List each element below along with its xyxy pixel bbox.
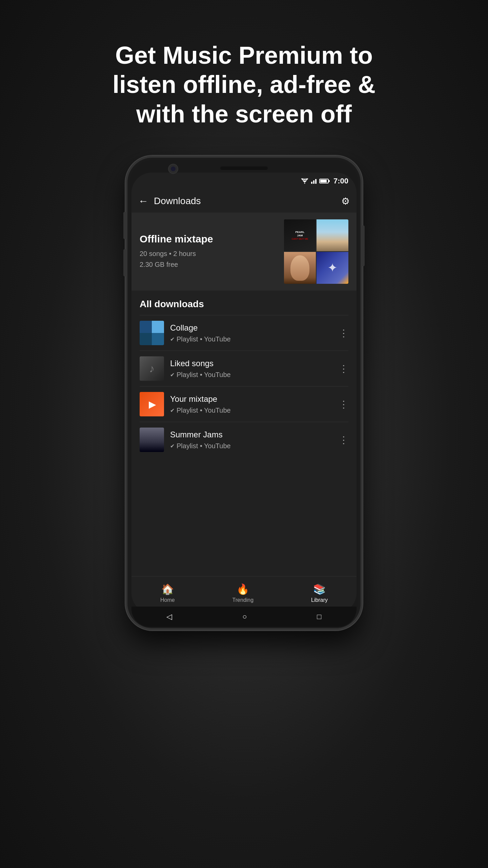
summer-jams-thumb — [140, 428, 164, 452]
collage-cell-2 — [152, 321, 164, 333]
home-label: Home — [160, 597, 175, 603]
your-mixtape-more-button[interactable]: ⋮ — [339, 399, 348, 410]
all-downloads-heading: All downloads — [131, 291, 357, 315]
back-button[interactable]: ← — [138, 195, 148, 207]
liked-songs-thumb — [140, 356, 164, 381]
collage-cell-4 — [152, 333, 164, 345]
liked-songs-more-button[interactable]: ⋮ — [339, 363, 348, 374]
collage-info: Collage ✔ Playlist • YouTube — [170, 323, 333, 343]
collage-thumb — [140, 321, 164, 345]
svg-point-3 — [304, 183, 305, 184]
collage-cell-1 — [140, 321, 152, 333]
phone-mockup: 7:00 ← Downloads ⚙ Offline mixtape 20 so… — [125, 156, 363, 630]
home-icon: 🏠 — [161, 583, 174, 595]
summer-jams-more-button[interactable]: ⋮ — [339, 434, 348, 446]
summer-jams-name: Summer Jams — [170, 430, 333, 439]
album-thumb-1: PEARLJAM CAN'T BUY ME — [284, 219, 316, 251]
summer-jams-meta-text: Playlist • YouTube — [177, 442, 231, 450]
your-mixtape-meta-text: Playlist • YouTube — [177, 407, 231, 414]
status-time: 7:00 — [333, 177, 348, 185]
collage-name: Collage — [170, 323, 333, 333]
nav-item-trending[interactable]: 🔥 Trending — [232, 583, 254, 603]
your-mixtape-meta: ✔ Playlist • YouTube — [170, 407, 333, 414]
mixtape-info: Offline mixtape 20 songs • 2 hours 2.30 … — [140, 233, 277, 270]
liked-songs-name: Liked songs — [170, 359, 333, 368]
collage-more-button[interactable]: ⋮ — [339, 328, 348, 339]
liked-songs-info: Liked songs ✔ Playlist • YouTube — [170, 359, 333, 379]
mixtape-title: Offline mixtape — [140, 233, 277, 245]
nav-item-library[interactable]: 📚 Library — [311, 583, 328, 603]
battery-icon — [319, 179, 329, 183]
svg-marker-1 — [302, 179, 307, 181]
phone-camera — [168, 164, 178, 174]
phone-speaker — [220, 166, 268, 170]
status-bar: 7:00 — [131, 173, 357, 190]
recents-system-button[interactable]: □ — [317, 612, 321, 621]
liked-songs-meta-text: Playlist • YouTube — [177, 371, 231, 379]
settings-button[interactable]: ⚙ — [341, 196, 350, 207]
signal-icon — [311, 178, 317, 184]
mixtape-song-count: 20 songs • 2 hours — [140, 248, 277, 259]
liked-songs-meta: ✔ Playlist • YouTube — [170, 371, 333, 379]
status-icons: 7:00 — [301, 177, 348, 185]
collage-cell-3 — [140, 333, 152, 345]
nav-item-home[interactable]: 🏠 Home — [160, 583, 175, 603]
phone-screen: 7:00 ← Downloads ⚙ Offline mixtape 20 so… — [131, 173, 357, 613]
your-mixtape-verified-icon: ✔ — [170, 407, 175, 414]
album-thumb-3 — [284, 252, 316, 284]
liked-songs-verified-icon: ✔ — [170, 372, 175, 378]
mixtape-art-grid: PEARLJAM CAN'T BUY ME — [284, 219, 348, 284]
your-mixtape-info: Your mixtape ✔ Playlist • YouTube — [170, 394, 333, 414]
app-header: ← Downloads ⚙ — [131, 190, 357, 213]
collage-meta: ✔ Playlist • YouTube — [170, 335, 333, 343]
your-mixtape-name: Your mixtape — [170, 394, 333, 404]
collage-verified-icon: ✔ — [170, 336, 175, 342]
playlist-item-collage[interactable]: Collage ✔ Playlist • YouTube ⋮ — [131, 315, 357, 351]
svg-marker-0 — [303, 181, 307, 183]
offline-mixtape-section[interactable]: Offline mixtape 20 songs • 2 hours 2.30 … — [131, 213, 357, 291]
playlist-item-summer-jams[interactable]: Summer Jams ✔ Playlist • YouTube ⋮ — [131, 422, 357, 457]
summer-jams-meta: ✔ Playlist • YouTube — [170, 442, 333, 450]
liked-songs-art — [140, 356, 164, 381]
playlist-item-your-mixtape[interactable]: Your mixtape ✔ Playlist • YouTube ⋮ — [131, 387, 357, 422]
summer-jams-info: Summer Jams ✔ Playlist • YouTube — [170, 430, 333, 450]
collage-art — [140, 321, 164, 345]
page-headline: Get Music Premium to listen offline, ad-… — [92, 41, 396, 129]
your-mixtape-thumb — [140, 392, 164, 416]
library-icon: 📚 — [313, 583, 326, 595]
summer-jams-verified-icon: ✔ — [170, 443, 175, 449]
page-title: Downloads — [154, 196, 341, 206]
collage-meta-text: Playlist • YouTube — [177, 335, 231, 343]
mixtape-storage: 2.30 GB free — [140, 259, 277, 270]
trending-label: Trending — [232, 597, 254, 603]
back-system-button[interactable]: ◁ — [166, 612, 172, 621]
home-system-button[interactable]: ○ — [242, 612, 247, 621]
all-downloads-section: All downloads Collage ✔ Playlist — [131, 291, 357, 576]
album-thumb-4 — [317, 252, 348, 284]
library-label: Library — [311, 597, 328, 603]
playlist-item-liked-songs[interactable]: Liked songs ✔ Playlist • YouTube ⋮ — [131, 351, 357, 386]
summer-jams-art — [140, 428, 164, 452]
system-navigation: ◁ ○ □ — [131, 607, 357, 627]
album-thumb-2 — [317, 219, 348, 251]
trending-icon: 🔥 — [237, 583, 249, 595]
wifi-icon — [301, 178, 308, 184]
